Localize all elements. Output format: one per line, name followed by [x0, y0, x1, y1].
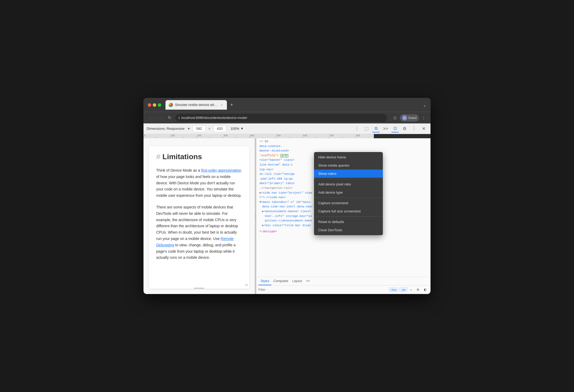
tab-layout[interactable]: Layout: [290, 277, 304, 285]
styles-panel: Styles Computed Layout >> :hov: [256, 277, 431, 294]
menu-item-capture-screenshot[interactable]: Capture screenshot: [314, 199, 383, 207]
new-tab-button[interactable]: +: [228, 101, 235, 109]
code-text: role="banner" class=: [259, 158, 294, 162]
tab-favicon: [169, 103, 173, 107]
zoom-selector[interactable]: 100% ▼: [228, 126, 246, 132]
back-button[interactable]: ←: [147, 114, 154, 122]
profile-button[interactable]: G Guest: [400, 114, 419, 122]
minimize-button[interactable]: [153, 103, 156, 107]
first-order-link[interactable]: first-order approximation: [201, 168, 241, 172]
para2-before: There are some aspects of mobile devices…: [156, 205, 238, 241]
resize-handle[interactable]: [194, 288, 204, 289]
menu-separator: [314, 179, 383, 179]
ruler-strip: 0 100 200 300 400 500 600 700 800: [144, 134, 374, 138]
bookmarks-icon[interactable]: ⊡: [391, 114, 399, 122]
cls-filter-button[interactable]: .cls: [399, 287, 407, 292]
svg-text:500: 500: [276, 134, 281, 137]
menu-item-show-media-queries[interactable]: Show media queries: [314, 161, 383, 170]
svg-rect-0: [144, 134, 374, 138]
equals-label: ==: [259, 140, 265, 143]
tab-styles[interactable]: Styles: [258, 277, 271, 285]
devtools-more-button[interactable]: ⋮: [410, 125, 418, 132]
zoom-arrow: ▼: [240, 127, 244, 131]
grid-badge: grid: [280, 154, 288, 157]
svg-text:400: 400: [250, 134, 254, 137]
devtools-close-button[interactable]: ✕: [420, 125, 427, 132]
menu-item-reset-to-defaults[interactable]: Reset to defaults: [314, 218, 383, 226]
chrome-menu-button[interactable]: ⋮: [420, 114, 427, 122]
forward-button[interactable]: →: [156, 114, 164, 122]
settings-icon[interactable]: ⚙: [401, 125, 408, 132]
menu-item-show-rulers[interactable]: Show rulers: [314, 170, 383, 178]
add-style-button[interactable]: +: [409, 287, 414, 292]
code-text: data-side-nav-inert data-sear: [262, 205, 313, 208]
url-text: localhost:8080/docs/devtools/device-mode…: [181, 116, 247, 120]
code-text: top-nav>: [259, 168, 273, 171]
code-text: <main tabindex="-1" id="main-: [261, 201, 312, 204]
tab-computed[interactable]: Computed: [271, 277, 290, 285]
hov-filter-button[interactable]: :hov: [389, 287, 398, 292]
code-text: abel="primary" tabin: [259, 182, 294, 185]
code-text: <side-nav type="project" view: [261, 191, 312, 194]
menu-separator: [314, 198, 383, 198]
styles-filter-input[interactable]: [258, 288, 387, 292]
code-text: t">…</side-nav>: [259, 196, 286, 199]
dimensions-arrow[interactable]: ▼: [187, 127, 190, 131]
computed-styles-icon[interactable]: ⊞: [415, 287, 421, 292]
fullscreen-button[interactable]: [158, 103, 161, 107]
browser-window: Simulate mobile devices with D × + ⌄ ← →…: [144, 98, 431, 294]
tab-close-button[interactable]: ×: [219, 103, 224, 107]
menu-item-add-device-type[interactable]: Add device type: [314, 188, 383, 197]
address-bar: ← → ↻ ℹ localhost:8080/docs/devtools/dev…: [144, 112, 431, 123]
code-text: banner-dismissed>: [259, 149, 289, 152]
dimensions-label: Dimensions: Responsive: [147, 127, 185, 131]
page-frame: # Limitations Think of Device Mode as a …: [149, 146, 249, 289]
styles-tab-bar: Styles Computed Layout >>: [256, 277, 431, 286]
svg-text:200: 200: [197, 134, 201, 137]
more-panels-button[interactable]: >>: [382, 125, 389, 132]
edit-icon[interactable]: ✏: [245, 283, 248, 288]
code-dollar-line: == $0: [259, 139, 427, 144]
page-title: # Limitations: [156, 153, 242, 161]
zoom-value: 100%: [231, 127, 239, 131]
code-arrow: ▶: [262, 224, 264, 227]
elements-panel-icon[interactable]: ⊡: [391, 125, 399, 132]
width-input[interactable]: [192, 125, 206, 132]
code-text: :pad-left-200 lg:pa: [259, 177, 293, 180]
code-text: nner--info" storage-key="us: [265, 215, 312, 218]
code-text: 'scaffold'>: [259, 154, 279, 157]
tab-bar: Simulate mobile devices with D × + ⌄: [165, 100, 426, 110]
code-text: data-cookies-: [259, 145, 282, 148]
svg-text:800: 800: [356, 134, 360, 137]
more-options-button[interactable]: ⋮: [353, 125, 361, 132]
menu-item-capture-full-size-screenshot[interactable]: Capture full size screenshot: [314, 207, 383, 215]
devtools-panel: Hide device frameShow media queriesShow …: [256, 138, 431, 294]
code-arrow: ▼: [259, 201, 261, 204]
height-input[interactable]: [213, 125, 226, 132]
svg-text:300: 300: [223, 134, 228, 137]
svg-text:100: 100: [171, 134, 175, 137]
close-button[interactable]: [148, 103, 151, 107]
context-menu: Hide device frameShow media queriesShow …: [314, 152, 383, 235]
menu-item-hide-device-frame[interactable]: Hide device frame: [314, 153, 383, 161]
dollar-label: $0: [265, 140, 268, 143]
reload-button[interactable]: ↻: [166, 114, 173, 122]
menu-separator: [314, 216, 383, 217]
code-text: line-bottom" data-s: [259, 163, 293, 166]
active-tab[interactable]: Simulate mobile devices with D ×: [165, 100, 227, 110]
title-bar: Simulate mobile devices with D × + ⌄: [144, 98, 431, 112]
window-controls[interactable]: ⌄: [423, 103, 426, 108]
toggle-sidebar-icon[interactable]: ◧: [422, 287, 428, 292]
code-arrow: ▶: [262, 210, 264, 213]
menu-item-close-devtools[interactable]: Close DevTools: [314, 226, 383, 234]
menu-item-add-device-pixel-ratio[interactable]: Add device pixel ratio: [314, 180, 383, 188]
device-mode-icon[interactable]: ⧉: [372, 125, 380, 132]
tab-label: Simulate mobile devices with D: [175, 103, 217, 107]
tab-more[interactable]: >>: [304, 277, 312, 285]
code-text: …</navigation-rail>: [259, 186, 293, 190]
inspect-icon[interactable]: ⬚: [363, 125, 370, 132]
url-bar[interactable]: ℹ localhost:8080/docs/devtools/device-mo…: [175, 114, 387, 122]
svg-text:700: 700: [329, 134, 334, 137]
code-text: on-rail role="naviga: [259, 172, 294, 176]
code-text: active>…</announcement-bann: [265, 219, 312, 222]
